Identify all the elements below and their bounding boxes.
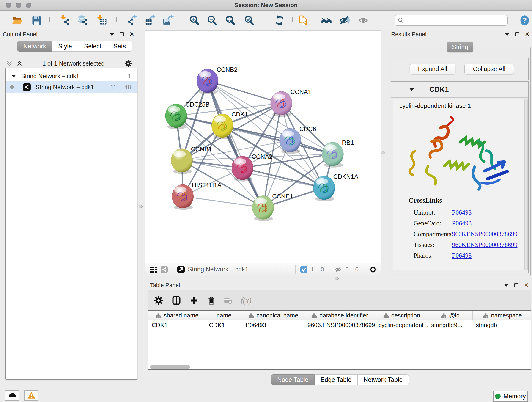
column-header-description[interactable]: description <box>375 311 428 320</box>
edge-HIST1H1A-CCNE1[interactable] <box>183 196 263 208</box>
clear-table-icon[interactable] <box>222 294 234 306</box>
network-graph[interactable]: CCNB2CCNA1CDC25BCDK1CDC6RB1CCNB1CCNA2CDK… <box>146 31 381 263</box>
edge-CCNB2-CCNA1[interactable] <box>207 81 281 103</box>
right-splitter-handle[interactable] <box>381 151 385 154</box>
refresh-view-button[interactable] <box>273 14 286 27</box>
cloud-status-button[interactable] <box>5 390 19 401</box>
import-table-button[interactable] <box>95 14 108 27</box>
table-gear-icon[interactable] <box>152 294 165 306</box>
column-header-canonical-name[interactable]: canonical name <box>242 311 304 320</box>
panel-menu-icon[interactable] <box>505 33 510 36</box>
birds-eye-toggle-icon[interactable] <box>368 265 378 274</box>
node-CCNE1[interactable]: CCNE1 <box>252 193 293 221</box>
warning-status-button[interactable] <box>24 390 38 401</box>
tab-network-table[interactable]: Network Table <box>358 375 409 385</box>
node-table[interactable]: shared namenamecanonical namedatabase id… <box>148 310 531 370</box>
tab-sets[interactable]: Sets <box>108 41 132 51</box>
grid-view-icon[interactable] <box>149 265 158 274</box>
table-row[interactable]: CDK1CDK1P064939606.ENSP00000378699cyclin… <box>148 320 531 330</box>
help-button[interactable]: ? <box>518 14 531 27</box>
memory-button[interactable]: Memory <box>493 391 528 402</box>
table-cell[interactable]: 9606.ENSP00000378699 <box>304 320 375 330</box>
protein-collapse-icon[interactable] <box>409 88 414 91</box>
table-cell[interactable]: CDK1 <box>206 320 242 330</box>
results-scrollbar[interactable] <box>525 99 528 270</box>
node-HIST1H1A[interactable]: HIST1H1A <box>172 182 222 210</box>
search-input[interactable] <box>406 17 505 24</box>
table-cell[interactable]: cyclin-dependent ... <box>375 320 428 330</box>
import-network-file-button[interactable] <box>58 14 71 27</box>
collapse-all-button[interactable]: Collapse All <box>464 64 514 75</box>
show-all-button[interactable] <box>357 14 370 27</box>
crosslink-link[interactable]: P06493 <box>452 252 472 259</box>
zoom-out-button[interactable] <box>206 14 218 27</box>
table-hscrollbar-thumb[interactable] <box>150 365 190 369</box>
panel-menu-icon[interactable] <box>109 33 114 36</box>
left-splitter-handle[interactable] <box>139 205 143 208</box>
node-CDC6[interactable]: CDC6 <box>279 126 316 154</box>
function-builder-icon[interactable]: f(x) <box>240 294 252 306</box>
crosslink-link[interactable]: 9606.ENSP00000378699 <box>452 241 517 249</box>
import-network-database-button[interactable] <box>76 14 89 27</box>
panel-float-icon[interactable] <box>515 32 519 36</box>
first-neighbors-button[interactable] <box>320 14 333 27</box>
column-header-@id[interactable]: @id <box>428 311 473 320</box>
node-RB1[interactable]: RB1 <box>322 139 354 167</box>
tab-select[interactable]: Select <box>78 41 108 51</box>
collapse-all-icon[interactable] <box>6 60 13 67</box>
panel-close-icon[interactable]: ✕ <box>524 282 529 288</box>
tab-style[interactable]: Style <box>52 41 78 51</box>
hide-selected-button[interactable] <box>338 14 351 27</box>
node-CCNA2[interactable]: CCNA2 <box>232 153 272 182</box>
save-session-button[interactable] <box>30 14 43 27</box>
node-CCNB1[interactable]: CCNB1 <box>171 146 212 174</box>
panel-float-icon[interactable] <box>514 283 518 287</box>
expand-all-button[interactable]: Expand All <box>410 64 456 75</box>
tab-network[interactable]: Network <box>17 41 52 51</box>
hidden-eye-slash-icon[interactable] <box>334 265 343 274</box>
table-cell[interactable]: CDK1 <box>148 320 206 330</box>
window-minimize-button[interactable] <box>16 2 21 8</box>
zoom-fit-button[interactable] <box>224 14 237 27</box>
column-header-shared-name[interactable]: shared name <box>148 311 206 320</box>
column-header-name[interactable]: name <box>206 311 242 320</box>
panel-menu-icon[interactable] <box>504 284 509 287</box>
panel-float-icon[interactable] <box>120 32 124 36</box>
column-header-namespace[interactable]: namespace <box>473 311 531 320</box>
crosslink-link[interactable]: P06493 <box>452 220 472 227</box>
panel-close-icon[interactable]: ✕ <box>525 31 530 37</box>
zoom-selected-button[interactable] <box>243 14 255 27</box>
export-table-button[interactable] <box>144 14 157 27</box>
export-image-button[interactable] <box>162 14 175 27</box>
add-column-icon[interactable] <box>188 294 200 306</box>
detach-view-icon[interactable] <box>177 265 186 274</box>
open-session-button[interactable] <box>11 14 24 27</box>
zoom-in-button[interactable] <box>188 14 201 27</box>
tab-node-table[interactable]: Node Table <box>271 375 315 385</box>
protein-header[interactable]: CDK1 <box>391 82 528 98</box>
tab-edge-table[interactable]: Edge Table <box>315 375 358 385</box>
expand-all-icon[interactable] <box>16 60 23 67</box>
gear-icon[interactable] <box>124 59 133 68</box>
columns-icon[interactable] <box>171 294 182 306</box>
table-cell[interactable]: stringdb:9... <box>428 320 473 330</box>
window-zoom-button[interactable] <box>26 2 32 8</box>
network-view-icon[interactable] <box>160 265 169 274</box>
export-network-button[interactable] <box>125 14 138 27</box>
tab-string[interactable]: String <box>447 42 473 52</box>
node-CDKN1A[interactable]: CDKN1A <box>313 173 358 201</box>
network-row-selected[interactable]: String Network – cdk1 11 48 <box>6 81 137 93</box>
clone-network-button[interactable] <box>297 14 310 27</box>
column-header-database-identifier[interactable]: database identifier <box>304 311 375 320</box>
table-cell[interactable]: P06493 <box>242 320 304 330</box>
collection-expand-icon[interactable] <box>12 75 16 77</box>
selected-checkbox-icon[interactable] <box>299 265 308 274</box>
crosslink-link[interactable]: P06493 <box>452 209 472 216</box>
network-collection-row[interactable]: String Network – cdk1 1 <box>6 71 137 81</box>
delete-column-icon[interactable] <box>206 294 217 306</box>
panel-close-icon[interactable]: ✕ <box>129 31 134 37</box>
crosslink-link[interactable]: 9606.ENSP00000378699 <box>452 230 517 238</box>
network-canvas[interactable]: CCNB2CCNA1CDC25BCDK1CDC6RB1CCNB1CCNA2CDK… <box>145 31 381 263</box>
bottom-splitter-handle[interactable] <box>335 277 339 280</box>
table-cell[interactable]: stringdb <box>473 320 531 330</box>
